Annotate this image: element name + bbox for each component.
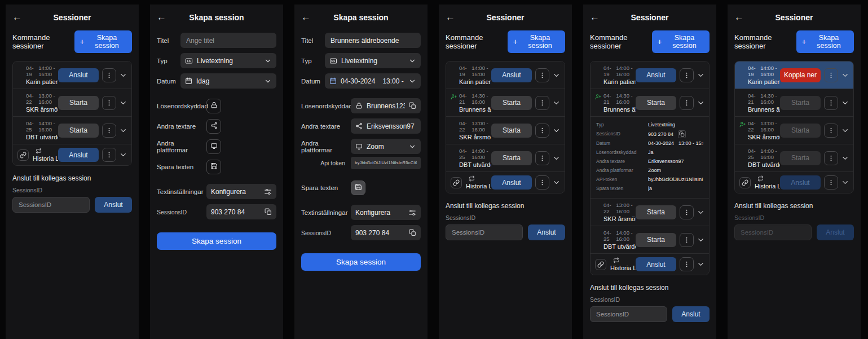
copy-icon[interactable] bbox=[409, 229, 416, 236]
chevron-down-icon[interactable] bbox=[697, 208, 705, 217]
kebab-menu-button[interactable] bbox=[824, 96, 838, 110]
create-session-submit-button[interactable]: Skapa session bbox=[157, 232, 276, 250]
chevron-down-icon[interactable] bbox=[552, 99, 561, 107]
datum-select[interactable]: 04-30-2024 13:00 - 15:00 bbox=[325, 73, 421, 89]
session-row: 04-1914:00 - 16:00Karin patientAnslut bbox=[591, 61, 709, 89]
other-platforms-label: Andra plattformar bbox=[157, 140, 206, 153]
chevron-down-icon[interactable] bbox=[119, 126, 127, 135]
chevron-down-icon[interactable] bbox=[697, 260, 705, 268]
back-icon[interactable]: ← bbox=[12, 11, 22, 24]
password-field[interactable]: Brunnens123 bbox=[351, 98, 421, 113]
chevron-down-icon[interactable] bbox=[841, 126, 849, 135]
user-plus-icon bbox=[739, 121, 746, 127]
kebab-menu-button[interactable] bbox=[680, 68, 694, 82]
sliders-icon bbox=[408, 209, 416, 217]
session-action-button[interactable]: Starta bbox=[491, 96, 532, 110]
chevron-down-icon[interactable] bbox=[552, 126, 561, 135]
back-icon[interactable]: ← bbox=[446, 11, 455, 24]
chevron-down-icon[interactable] bbox=[119, 151, 127, 159]
platform-select[interactable]: Zoom bbox=[351, 139, 421, 154]
kebab-menu-button[interactable] bbox=[824, 124, 838, 138]
chevron-down-icon[interactable] bbox=[119, 99, 127, 107]
sessionsid-input[interactable] bbox=[590, 306, 667, 322]
kebab-menu-button[interactable] bbox=[535, 68, 549, 82]
kebab-menu-button[interactable] bbox=[535, 96, 549, 110]
chevron-down-icon[interactable] bbox=[841, 178, 849, 187]
datum-select[interactable]: Idag bbox=[180, 73, 276, 89]
create-session-submit-button[interactable]: Skapa session bbox=[301, 253, 421, 271]
session-action-button[interactable]: Anslut bbox=[58, 68, 99, 82]
session-action-button[interactable]: Starta bbox=[636, 205, 676, 219]
titel-input[interactable] bbox=[180, 33, 276, 48]
session-action-button[interactable]: Starta bbox=[491, 151, 532, 165]
back-icon[interactable]: ← bbox=[301, 11, 311, 24]
chevron-down-icon[interactable] bbox=[552, 71, 561, 80]
copy-icon[interactable] bbox=[678, 130, 686, 138]
create-session-button[interactable]: + Skapa session bbox=[796, 30, 854, 53]
session-action-button[interactable]: Koppla ner bbox=[780, 68, 821, 82]
chevron-down-icon[interactable] bbox=[119, 71, 127, 80]
text-settings-button[interactable]: Konfigurera bbox=[206, 184, 276, 199]
kebab-menu-button[interactable] bbox=[680, 96, 694, 110]
kebab-menu-button[interactable] bbox=[824, 151, 838, 165]
chevron-down-icon[interactable] bbox=[697, 99, 705, 107]
session-action-button[interactable]: Anslut bbox=[58, 148, 99, 162]
chevron-down-icon[interactable] bbox=[841, 154, 849, 162]
share-texters-button[interactable] bbox=[206, 119, 221, 134]
session-action-button[interactable]: Starta bbox=[58, 124, 99, 138]
chevron-down-icon[interactable] bbox=[841, 99, 849, 107]
kebab-menu-button[interactable] bbox=[824, 175, 838, 190]
platforms-toggle-button[interactable] bbox=[206, 139, 221, 154]
detail-value: 04-30-202413:00 - 15:00 bbox=[648, 140, 703, 147]
typ-select[interactable]: Livetextning bbox=[180, 53, 276, 68]
session-action-button[interactable]: Starta bbox=[58, 96, 99, 110]
kebab-menu-button[interactable] bbox=[680, 205, 694, 219]
kebab-menu-button[interactable] bbox=[824, 68, 838, 82]
kebab-menu-button[interactable] bbox=[102, 124, 116, 138]
join-connect-button[interactable]: Anslut bbox=[672, 306, 710, 322]
session-action-button[interactable]: Anslut bbox=[636, 257, 676, 271]
session-action-button[interactable]: Anslut bbox=[491, 68, 532, 82]
kebab-menu-button[interactable] bbox=[102, 148, 116, 162]
sessionsid-input[interactable] bbox=[446, 224, 523, 240]
create-session-button[interactable]: + Skapa session bbox=[74, 30, 132, 53]
kebab-menu-button[interactable] bbox=[102, 68, 116, 82]
chevron-down-icon[interactable] bbox=[552, 154, 561, 162]
join-connect-button[interactable]: Anslut bbox=[528, 224, 565, 240]
kebab-menu-button[interactable] bbox=[535, 124, 549, 138]
typ-select[interactable]: Livetextning bbox=[325, 53, 421, 68]
session-action-button[interactable]: Starta bbox=[636, 233, 676, 247]
save-text-button[interactable] bbox=[351, 180, 365, 195]
back-icon[interactable]: ← bbox=[157, 11, 166, 24]
create-session-button[interactable]: + Skapa session bbox=[508, 30, 565, 53]
session-action-button[interactable]: Starta bbox=[491, 124, 532, 138]
kebab-menu-button[interactable] bbox=[102, 96, 116, 110]
session-action-button[interactable]: Starta bbox=[636, 96, 676, 110]
create-session-button[interactable]: + Skapa session bbox=[652, 30, 710, 53]
save-text-button[interactable] bbox=[206, 160, 221, 174]
detail-label: Lösenordsskyddad bbox=[596, 149, 645, 156]
join-connect-button[interactable]: Anslut bbox=[95, 197, 132, 213]
api-token-input[interactable] bbox=[355, 160, 417, 165]
sessionsid-input[interactable] bbox=[12, 197, 90, 213]
kebab-menu-button[interactable] bbox=[680, 233, 694, 247]
copy-icon[interactable] bbox=[265, 208, 272, 215]
chevron-down-icon[interactable] bbox=[841, 71, 849, 80]
kebab-menu-button[interactable] bbox=[535, 151, 549, 165]
sessionsid-input bbox=[734, 224, 812, 240]
other-texters-field[interactable]: Eriksvensson97 bbox=[351, 118, 421, 134]
titel-input[interactable] bbox=[325, 33, 421, 48]
sessionsid-label: SessionsID bbox=[446, 214, 565, 221]
session-action-button[interactable]: Anslut bbox=[491, 175, 532, 190]
chevron-down-icon[interactable] bbox=[697, 236, 705, 244]
back-icon[interactable]: ← bbox=[734, 11, 744, 24]
text-settings-button[interactable]: Konfigurera bbox=[351, 205, 421, 220]
chevron-down-icon[interactable] bbox=[697, 71, 705, 80]
password-toggle-button[interactable] bbox=[206, 99, 221, 113]
session-action-button[interactable]: Anslut bbox=[636, 68, 676, 82]
copy-icon[interactable] bbox=[409, 102, 416, 109]
kebab-menu-button[interactable] bbox=[535, 175, 549, 190]
kebab-menu-button[interactable] bbox=[680, 257, 694, 271]
chevron-down-icon[interactable] bbox=[552, 178, 561, 187]
back-icon[interactable]: ← bbox=[590, 11, 600, 24]
